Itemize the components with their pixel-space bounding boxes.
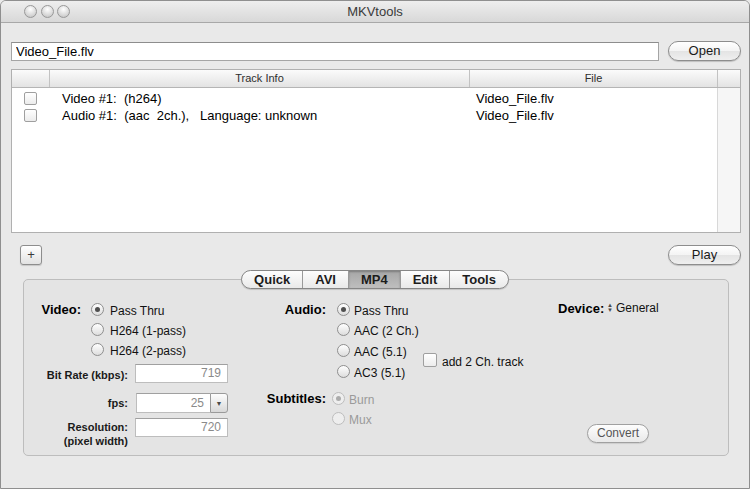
track-info-column-header[interactable]: Track Info — [50, 70, 470, 87]
dropdown-arrow-icon: ▼ — [216, 400, 223, 407]
audio-aac51-radio[interactable] — [337, 344, 350, 357]
resolution-field[interactable]: 720 — [135, 418, 228, 437]
audio-ac351-label: AC3 (5.1) — [354, 366, 405, 380]
video-h264-2pass-label: H264 (2-pass) — [110, 344, 186, 358]
subtitles-mux-radio — [332, 412, 345, 425]
file-path-input[interactable] — [11, 42, 659, 61]
title-bar[interactable]: MKVtools — [1, 1, 749, 23]
add-2ch-track-label: add 2 Ch. track — [442, 355, 523, 369]
video-h264-2pass-radio[interactable] — [91, 343, 104, 356]
track-table: Track Info File Video #1: (h264) Video_F… — [11, 69, 741, 233]
table-row[interactable]: Audio #1: (aac 2ch.), Language: unknown … — [12, 107, 717, 124]
tab-strip: Quick AVI MP4 Edit Tools — [1, 270, 749, 289]
video-pass-thru-radio[interactable] — [91, 303, 104, 316]
fps-combo[interactable]: 25 ▼ — [136, 393, 228, 413]
tab-control: Quick AVI MP4 Edit Tools — [241, 270, 509, 289]
device-value: General — [616, 301, 659, 315]
track-file-cell: Video_File.flv — [476, 91, 554, 106]
checkbox-column-header[interactable] — [12, 70, 50, 87]
subtitles-group-label: Subtitles: — [246, 391, 326, 406]
resolution-sublabel: (pixel width) — [31, 435, 128, 447]
bit-rate-label: Bit Rate (kbps): — [31, 369, 128, 381]
open-button[interactable]: Open — [668, 41, 741, 61]
tab-avi[interactable]: AVI — [302, 271, 348, 288]
table-row[interactable]: Video #1: (h264) Video_File.flv — [12, 90, 717, 107]
device-popup[interactable]: ▲▼ General — [607, 301, 659, 315]
video-group-label: Video: — [31, 302, 81, 317]
convert-button[interactable]: Convert — [587, 424, 649, 443]
add-file-button[interactable]: + — [20, 245, 42, 265]
bit-rate-field[interactable]: 719 — [135, 364, 228, 383]
tab-edit[interactable]: Edit — [400, 271, 450, 288]
track-checkbox[interactable] — [24, 109, 37, 122]
window-title: MKVtools — [1, 4, 749, 19]
fps-label: fps: — [31, 397, 128, 409]
app-window: MKVtools Open Track Info File Video #1: … — [0, 0, 750, 489]
video-h264-1pass-label: H264 (1-pass) — [110, 324, 186, 338]
play-button[interactable]: Play — [668, 245, 741, 265]
tab-mp4[interactable]: MP4 — [348, 271, 400, 288]
track-file-cell: Video_File.flv — [476, 108, 554, 123]
track-info-cell: Video #1: (h264) — [62, 91, 162, 106]
audio-pass-thru-radio[interactable] — [337, 303, 350, 316]
table-scrollbar[interactable] — [717, 88, 740, 232]
video-h264-1pass-radio[interactable] — [91, 323, 104, 336]
audio-aac2-radio[interactable] — [337, 323, 350, 336]
fps-dropdown-button[interactable]: ▼ — [210, 393, 228, 413]
track-checkbox[interactable] — [24, 92, 37, 105]
device-label: Device: — [558, 301, 604, 316]
audio-aac2-label: AAC (2 Ch.) — [354, 324, 419, 338]
video-pass-thru-label: Pass Thru — [110, 304, 164, 318]
stepper-arrows-icon: ▲▼ — [607, 303, 613, 313]
file-column-header[interactable]: File — [470, 70, 718, 87]
audio-group-label: Audio: — [274, 302, 326, 317]
audio-pass-thru-label: Pass Thru — [354, 304, 408, 318]
tab-quick[interactable]: Quick — [242, 271, 302, 288]
track-info-cell: Audio #1: (aac 2ch.), Language: unknown — [62, 108, 317, 123]
subtitles-burn-radio — [332, 392, 345, 405]
spacer-column-header — [718, 70, 740, 87]
audio-aac51-label: AAC (5.1) — [354, 345, 407, 359]
subtitles-mux-label: Mux — [349, 413, 372, 427]
table-header: Track Info File — [12, 70, 740, 88]
subtitles-burn-label: Burn — [349, 393, 374, 407]
audio-ac351-radio[interactable] — [337, 365, 350, 378]
tab-tools[interactable]: Tools — [449, 271, 508, 288]
resolution-label: Resolution: — [31, 421, 128, 433]
add-2ch-track-checkbox[interactable] — [423, 353, 437, 367]
fps-value[interactable]: 25 — [136, 393, 210, 413]
